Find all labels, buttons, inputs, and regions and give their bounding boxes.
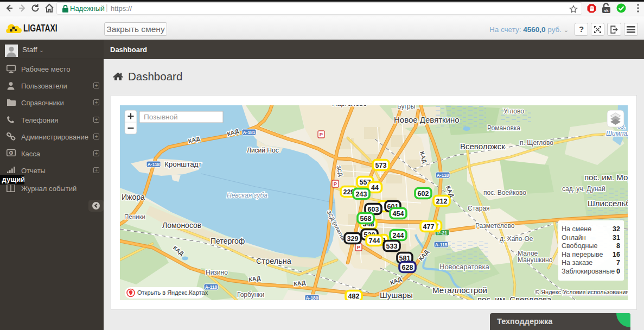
svg-text:Лисий Нос: Лисий Нос	[247, 147, 279, 154]
svg-text:А-118: А-118	[437, 173, 449, 178]
svg-text:Металлострой: Металлострой	[432, 285, 487, 295]
svg-text:212: 212	[436, 198, 448, 205]
svg-text:Бугры: Бугры	[397, 105, 415, 110]
svg-text:0: 0	[616, 268, 620, 275]
svg-text:пос. им. Моро: пос. им. Моро	[584, 173, 628, 182]
svg-text:Всеволожск: Всеволожск	[460, 142, 505, 151]
svg-text:Свободные: Свободные	[562, 242, 597, 250]
svg-text:533: 533	[386, 243, 398, 250]
svg-text:31: 31	[613, 234, 620, 242]
svg-text:На перерыве: На перерыве	[562, 251, 603, 258]
svg-text:Углово: Углово	[503, 107, 524, 115]
svg-text:Низино: Низино	[206, 269, 228, 276]
svg-text:д. Хапо-Ое: д. Хапо-Ое	[500, 235, 533, 243]
svg-text:482: 482	[348, 293, 360, 300]
svg-text:329: 329	[347, 235, 359, 243]
svg-text:32: 32	[613, 225, 620, 233]
svg-text:603: 603	[368, 206, 379, 213]
svg-text:44: 44	[371, 184, 379, 192]
svg-text:пос. им. Свердлова: пос. им. Свердлова	[477, 295, 552, 300]
svg-text:Романовка: Романовка	[487, 124, 520, 132]
svg-text:Шлиссельбур: Шлиссельбур	[588, 199, 628, 208]
svg-text:Р: Р	[334, 181, 337, 187]
svg-text:п. Щеглово: п. Щеглово	[520, 139, 553, 147]
svg-text:Пеники: Пеники	[124, 213, 145, 220]
svg-text:244: 244	[393, 232, 404, 239]
svg-text:16: 16	[613, 251, 620, 258]
svg-text:Онлайн: Онлайн	[562, 234, 586, 242]
svg-text:Старая: Старая	[468, 205, 490, 212]
svg-text:Открыть в Яндекс.Картах: Открыть в Яндекс.Картах	[137, 289, 208, 296]
svg-text:Разметелево: Разметелево	[475, 222, 515, 230]
svg-text:1: 1	[10, 151, 12, 155]
svg-text:Стрельна: Стрельна	[256, 257, 292, 265]
svg-text:454: 454	[393, 210, 404, 218]
svg-text:vk: vk	[604, 9, 609, 12]
svg-text:На заказе: На заказе	[562, 259, 592, 266]
svg-text:А-180: А-180	[305, 295, 318, 300]
svg-text:Парголово: Парголово	[332, 105, 367, 107]
svg-text:628: 628	[402, 264, 413, 271]
svg-text:А-118: А-118	[435, 242, 448, 248]
svg-text:7: 7	[616, 259, 620, 266]
svg-text:На смене: На смене	[562, 225, 591, 233]
svg-text:581: 581	[399, 255, 411, 262]
svg-text:Позывной: Позывной	[144, 113, 178, 121]
svg-text:Новосаратовка: Новосаратовка	[439, 263, 489, 271]
svg-text:сад. уч. Дунай: сад. уч. Дунай	[562, 185, 605, 193]
svg-text:© Яндекс Условия использования: © Яндекс Условия использования	[535, 289, 628, 295]
svg-text:744: 744	[369, 237, 380, 245]
svg-text:568: 568	[360, 215, 372, 223]
svg-text:Заблокированые: Заблокированые	[562, 268, 615, 275]
svg-text:Невская губа: Невская губа	[227, 192, 267, 199]
svg-text:Ижора: Ижора	[122, 193, 145, 201]
svg-text:А-118: А-118	[148, 162, 160, 167]
svg-text:Шимпала: Шимпала	[606, 130, 628, 137]
svg-text:243: 243	[356, 191, 367, 198]
svg-text:Новое Девяткино: Новое Девяткино	[394, 115, 460, 124]
svg-text:Шушары: Шушары	[380, 290, 413, 300]
svg-text:Кронштадт: Кронштадт	[164, 160, 202, 168]
svg-text:477: 477	[423, 223, 435, 231]
svg-text:пос. Воейково: пос. Воейково	[483, 189, 526, 196]
svg-text:8: 8	[616, 242, 620, 250]
svg-text:Петергоф: Петергоф	[211, 237, 245, 245]
svg-text:Р: Р	[357, 244, 361, 250]
svg-text:602: 602	[418, 190, 429, 198]
svg-text:Р: Р	[320, 131, 323, 137]
svg-text:Манушкино: Манушкино	[518, 256, 553, 264]
svg-text:Горбунки: Горбунки	[237, 291, 264, 299]
svg-text:Ломоносов: Ломоносов	[162, 221, 201, 230]
svg-text:А-181: А-181	[243, 130, 255, 135]
svg-text:573: 573	[375, 162, 387, 169]
